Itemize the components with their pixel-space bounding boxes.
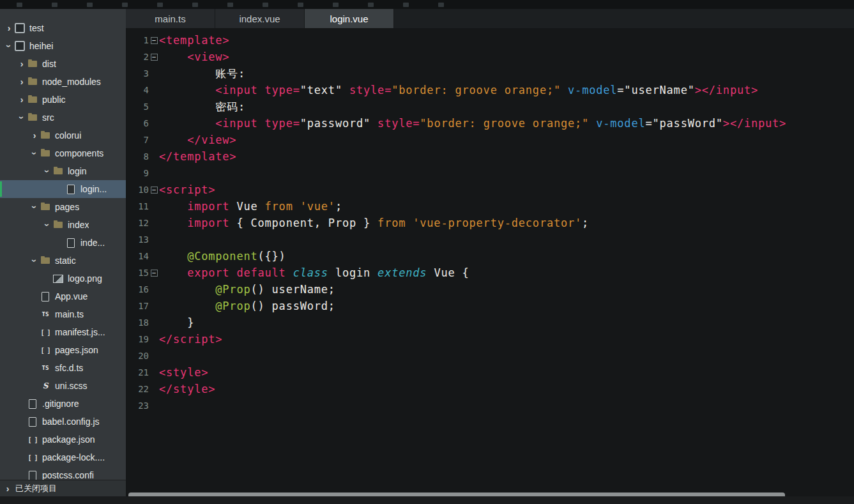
tree-item-login...[interactable]: login... [0, 180, 126, 198]
tree-item-label: colorui [55, 130, 81, 141]
toolbar-icon[interactable] [333, 3, 339, 7]
toolbar-icon[interactable] [52, 3, 57, 7]
tree-item-main.ts[interactable]: TSmain.ts [0, 305, 126, 323]
tree-item-login[interactable]: ›login [0, 162, 126, 180]
tree-item-label: babel.config.js [42, 416, 100, 427]
line-number: 21 [130, 367, 149, 378]
fold-marker-icon[interactable]: − [149, 49, 159, 65]
tree-item-heihei[interactable]: ›heihei [0, 37, 126, 55]
chevron-right-icon[interactable]: › [17, 59, 27, 68]
chevron-down-icon[interactable]: › [43, 166, 52, 176]
closed-projects-bar[interactable]: › 已关闭项目 [0, 480, 126, 496]
toolbar-icon[interactable] [157, 3, 163, 7]
chevron-right-icon[interactable]: › [4, 24, 14, 33]
tree-item-inde...[interactable]: inde... [0, 234, 126, 252]
chevron-down-icon[interactable]: › [17, 112, 26, 123]
horizontal-scrollbar-thumb[interactable] [128, 493, 785, 496]
line-number: 16 [130, 284, 149, 294]
gutter: 1−2−345678910−1112131415−161718192021222… [126, 32, 159, 496]
tree-item-label: pages [55, 202, 79, 212]
ts-icon: TS [40, 363, 51, 373]
line-number: 5 [130, 102, 149, 112]
fold-spacer [149, 65, 159, 82]
code-area[interactable]: <template> <view> 账号: <input type="text"… [159, 32, 854, 496]
toolbar-icon[interactable] [17, 3, 22, 7]
json-icon: [ ] [27, 452, 38, 462]
code-line-11: import Vue from 'vue'; [159, 198, 854, 215]
toolbar-icon[interactable] [403, 3, 409, 7]
chevron-down-icon[interactable]: › [43, 220, 52, 230]
tree-item-sfc.d.ts[interactable]: TSsfc.d.ts [0, 359, 126, 377]
tree-item-src[interactable]: ›src [0, 109, 126, 126]
tab-main.ts[interactable]: main.ts [126, 9, 215, 28]
line-number: 3 [130, 68, 149, 79]
doc-icon [27, 416, 38, 427]
tree-item-index[interactable]: ›index [0, 216, 126, 234]
tab-index.vue[interactable]: index.vue [215, 9, 305, 28]
tree-item-dist[interactable]: ›dist [0, 55, 126, 73]
ts-icon: TS [40, 309, 51, 319]
chevron-down-icon[interactable]: › [30, 256, 39, 266]
tree-item-babel.config.js[interactable]: babel.config.js [0, 413, 126, 431]
line-number: 17 [130, 301, 149, 311]
line-number: 19 [130, 334, 149, 344]
tree-item-static[interactable]: ›static [0, 252, 126, 270]
tree-item-logo.png[interactable]: logo.png [0, 270, 126, 287]
toolbar-icon[interactable] [227, 3, 233, 7]
tree-item-manifest.js...[interactable]: [ ]manifest.js... [0, 323, 126, 341]
code-line-10: <script> [159, 181, 854, 198]
fold-marker-icon[interactable]: − [149, 32, 159, 49]
toolbar-icon[interactable] [263, 3, 268, 7]
code-line-12: import { Component, Prop } from 'vue-pro… [159, 215, 854, 231]
tree-item-postcss.confi[interactable]: postcss.confi [0, 466, 126, 480]
toolbar-icon[interactable] [368, 3, 374, 7]
tree-item-label: package-lock.... [42, 452, 105, 462]
fold-spacer [149, 331, 159, 347]
tree-item-package.json[interactable]: [ ]package.json [0, 431, 126, 448]
doc-icon [27, 470, 38, 480]
chevron-right-icon[interactable]: › [17, 95, 27, 104]
toolbar-icon[interactable] [122, 3, 128, 7]
chevron-right-icon[interactable]: › [29, 131, 40, 140]
line-number: 1 [130, 35, 149, 45]
tree-item-label: test [29, 23, 44, 33]
chevron-right-icon[interactable]: › [17, 77, 27, 86]
tree-item-components[interactable]: ›components [0, 144, 126, 162]
code-line-5: 密码: [159, 98, 854, 115]
closed-projects-label: 已关闭项目 [15, 483, 57, 494]
tree-item-.gitignore[interactable]: .gitignore [0, 395, 126, 413]
chevron-down-icon[interactable]: › [30, 202, 39, 212]
tree-item-pages[interactable]: ›pages [0, 198, 126, 216]
file-tree: ›test›heihei›dist›node_modules›public›sr… [0, 9, 126, 480]
toolbar-icon[interactable] [87, 3, 93, 7]
doc-icon [27, 399, 38, 409]
toolbar-icon[interactable] [192, 3, 198, 7]
tree-item-node_modules[interactable]: ›node_modules [0, 73, 126, 91]
code-line-2: <view> [159, 49, 854, 65]
tree-item-uni.scss[interactable]: Suni.scss [0, 377, 126, 395]
toolbar-icon[interactable] [438, 3, 444, 7]
main-area: ›test›heihei›dist›node_modules›public›sr… [0, 9, 854, 496]
editor[interactable]: 1−2−345678910−1112131415−161718192021222… [126, 28, 854, 496]
tree-item-public[interactable]: ›public [0, 91, 126, 109]
json-icon: [ ] [40, 345, 51, 355]
chevron-down-icon[interactable]: › [4, 41, 13, 51]
tree-item-label: manifest.js... [55, 327, 105, 337]
code-line-13 [159, 231, 854, 248]
tree-item-App.vue[interactable]: App.vue [0, 287, 126, 305]
toolbar-icon[interactable] [298, 3, 303, 7]
tree-item-label: login [68, 166, 87, 176]
code-line-3: 账号: [159, 65, 854, 82]
tree-item-pages.json[interactable]: [ ]pages.json [0, 341, 126, 359]
code-line-9 [159, 165, 854, 181]
fold-spacer [149, 132, 159, 148]
tree-item-colorui[interactable]: ›colorui [0, 126, 126, 144]
tree-item-test[interactable]: ›test [0, 19, 126, 37]
chevron-down-icon[interactable]: › [30, 148, 39, 158]
fold-marker-icon[interactable]: − [149, 181, 159, 198]
fold-spacer [149, 281, 159, 298]
doc-icon [65, 184, 77, 194]
tab-login.vue[interactable]: login.vue [305, 9, 394, 28]
fold-marker-icon[interactable]: − [149, 264, 159, 281]
tree-item-package-lock....[interactable]: [ ]package-lock.... [0, 448, 126, 466]
